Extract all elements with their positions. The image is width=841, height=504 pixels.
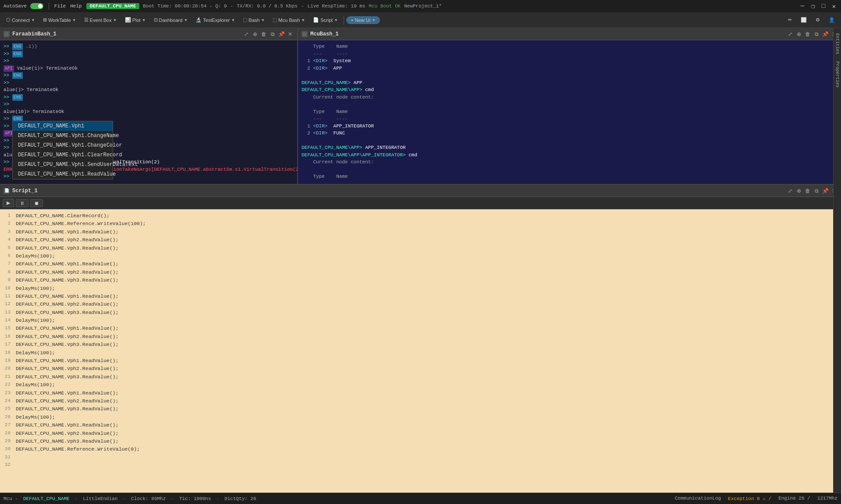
help-menu[interactable]: Help [70, 4, 82, 9]
script-float-btn[interactable]: ⧉ [813, 187, 820, 194]
dashboard-btn[interactable]: ⊡ Dashboard ▼ [150, 15, 192, 25]
script-stop-btn[interactable]: ⏹ [30, 199, 43, 207]
mcu-float-btn[interactable]: ⧉ [813, 31, 820, 38]
win-restore-btn[interactable]: ❐ [809, 3, 816, 10]
pen-btn[interactable]: ✏ [784, 15, 795, 25]
project-name: NewProject_1* [404, 4, 442, 9]
mcu-share-btn[interactable]: ⤢ [787, 31, 794, 38]
line-code-4[interactable]: DEFAULT_CPU_NAME.Vph2.ReadValue(); [16, 236, 839, 244]
line-code-27[interactable]: DEFAULT_CPU_NAME.Vph1.ReadValue(); [16, 421, 839, 429]
line-code-8[interactable]: DEFAULT_CPU_NAME.Vph2.ReadValue(); [16, 268, 839, 276]
line-number-29: 29 [2, 437, 16, 445]
line-code-5[interactable]: DEFAULT_CPU_NAME.Vph3.ReadValue(); [16, 244, 839, 252]
win-maximize-btn[interactable]: □ [820, 3, 827, 10]
line-code-13[interactable]: DEFAULT_CPU_NAME.Vph3.ReadValue(); [16, 309, 839, 317]
line-code-2[interactable]: DEFAULT_CPU_NAME.Reference.WriteValue(10… [16, 220, 839, 228]
line-code-14[interactable]: DelayMs(100); [16, 317, 839, 324]
line-code-10[interactable]: DelayMs(100); [16, 285, 839, 293]
line-number-8: 8 [2, 268, 16, 276]
mcubash-btn[interactable]: ⬚ Mcu Bash ▼ [269, 15, 309, 25]
worktable-btn[interactable]: ⊞ WorkTable ▼ [39, 15, 80, 25]
line-number-3: 3 [2, 228, 16, 236]
eventbox-btn[interactable]: ☰ Event Box ▼ [81, 15, 121, 25]
screen-btn[interactable]: ⬜ [797, 15, 810, 25]
line-code-12[interactable]: DEFAULT_CPU_NAME.Vph2.ReadValue(); [16, 300, 839, 308]
line-code-31[interactable] [16, 454, 839, 462]
faraabin-pin-btn[interactable]: 📌 [278, 31, 285, 38]
file-menu[interactable]: File [54, 4, 66, 9]
settings-btn[interactable]: ⚙ [812, 15, 823, 25]
line-code-1[interactable]: DEFAULT_CPU_NAME.ClearRecord(); [16, 212, 839, 220]
line-code-26[interactable]: DelayMs(100); [16, 413, 839, 421]
autosave-label: AutoSave [4, 4, 27, 9]
mcu-pin-btn[interactable]: 📌 [822, 31, 829, 38]
connect-btn[interactable]: ⬡ Connect ▼ [3, 15, 39, 25]
script-copy-btn[interactable]: ⊕ [795, 187, 802, 194]
script-btn[interactable]: 📄 Script ▼ [309, 15, 341, 25]
code-line-11: 11DEFAULT_CPU_NAME.Vph1.ReadValue(); [0, 293, 841, 300]
status-clock: Clock: 80Mhz [131, 496, 166, 501]
line-code-3[interactable]: DEFAULT_CPU_NAME.Vph1.ReadValue(); [16, 228, 839, 236]
autocomplete-item-1[interactable]: DEFAULT_CPU_NAME.Vph1.ChangeName [13, 131, 113, 141]
line-code-19[interactable]: DEFAULT_CPU_NAME.Vph1.ReadValue(); [16, 357, 839, 365]
plot-btn[interactable]: 📊 Plot ▼ [121, 15, 149, 25]
code-editor[interactable]: 1DEFAULT_CPU_NAME.ClearRecord();2DEFAULT… [0, 209, 841, 493]
autocomplete-item-5[interactable]: DEFAULT_CPU_NAME.Vph1.ReadValue [13, 169, 113, 179]
line-code-29[interactable]: DEFAULT_CPU_NAME.Vph3.ReadValue(); [16, 437, 839, 445]
properties-tab[interactable]: Properties [834, 58, 841, 91]
line-code-22[interactable]: DelayMs(100); [16, 381, 839, 389]
line-code-16[interactable]: DEFAULT_CPU_NAME.Vph2.ReadValue(); [16, 333, 839, 341]
faraabin-trash-btn[interactable]: 🗑 [260, 31, 267, 38]
entities-tab[interactable]: Entities [834, 30, 841, 58]
line-code-11[interactable]: DEFAULT_CPU_NAME.Vph1.ReadValue(); [16, 293, 839, 300]
line-code-30[interactable]: DEFAULT_CPU_NAME.Reference.WriteValue(0)… [16, 445, 839, 453]
autocomplete-item-0[interactable]: DEFAULT_CPU_NAME.Vph1 [13, 121, 113, 131]
line-code-6[interactable]: DelayMs(100); [16, 252, 839, 260]
user-btn[interactable]: 👤 [825, 15, 838, 25]
autosave-toggle[interactable] [30, 3, 43, 9]
title-bar: AutoSave File Help DEFAULT_CPU_NAME Boot… [0, 0, 841, 12]
code-line-13: 13DEFAULT_CPU_NAME.Vph3.ReadValue(); [0, 309, 841, 317]
line-code-18[interactable]: DelayMs(100); [16, 349, 839, 357]
line-code-32[interactable] [16, 461, 839, 469]
win-close-btn[interactable]: ✕ [830, 3, 837, 10]
bash-btn[interactable]: ⬚ Bash ▼ [239, 15, 268, 25]
line-code-9[interactable]: DEFAULT_CPU_NAME.Vph3.ReadValue(); [16, 276, 839, 284]
new-ui-btn[interactable]: + New Ui ▼ [346, 16, 380, 24]
faraabin-share-btn[interactable]: ⤢ [243, 31, 250, 38]
sep1 [49, 3, 49, 10]
line-code-23[interactable]: DEFAULT_CPU_NAME.Vph1.ReadValue(); [16, 389, 839, 397]
mcu-trash-btn[interactable]: 🗑 [804, 31, 811, 38]
mcu-copy-btn[interactable]: ⊕ [795, 31, 802, 38]
script-pause-btn[interactable]: ⏸ [16, 199, 28, 207]
line-code-17[interactable]: DEFAULT_CPU_NAME.Vph3.ReadValue(); [16, 341, 839, 349]
mcu-terminal[interactable]: Type Name --- ---- 1 <DIR> System 2 <DIR… [298, 40, 841, 184]
line-code-15[interactable]: DEFAULT_CPU_NAME.Vph1.ReadValue(); [16, 324, 839, 332]
status-exception: Exception 0 ⚠ / [728, 496, 771, 501]
script-share-btn[interactable]: ⤢ [787, 187, 794, 194]
line-number-5: 5 [2, 244, 16, 252]
faraabin-copy-btn[interactable]: ⊕ [252, 31, 259, 38]
faraabin-close-btn[interactable]: ✕ [287, 31, 294, 38]
line-code-20[interactable]: DEFAULT_CPU_NAME.Vph2.ReadValue(); [16, 365, 839, 373]
autocomplete-item-2[interactable]: DEFAULT_CPU_NAME.Vph1.ChangeColor [13, 141, 113, 150]
script-trash-btn[interactable]: 🗑 [804, 187, 811, 194]
status-commlog[interactable]: CommunicationLog [674, 496, 721, 501]
win-minimize-btn[interactable]: ─ [799, 3, 806, 10]
script-run-btn[interactable]: ▶ [3, 199, 14, 207]
autocomplete-item-4[interactable]: DEFAULT_CPU_NAME.Vph1.SendUserDataText [13, 160, 113, 169]
mcubash-chevron: ▼ [301, 18, 305, 22]
line-number-16: 16 [2, 333, 16, 341]
faraabin-float-btn[interactable]: ⧉ [269, 31, 276, 38]
line-code-24[interactable]: DEFAULT_CPU_NAME.Vph2.ReadValue(); [16, 397, 839, 405]
line-code-7[interactable]: DEFAULT_CPU_NAME.Vph1.ReadValue(); [16, 260, 839, 268]
script-pin-btn[interactable]: 📌 [822, 187, 829, 194]
line-number-10: 10 [2, 285, 16, 293]
line-code-21[interactable]: DEFAULT_CPU_NAME.Vph3.ReadValue(); [16, 373, 839, 381]
script-header: 📄 Script_1 ⤢ ⊕ 🗑 ⧉ 📌 ✕ [0, 185, 841, 197]
testexplorer-btn[interactable]: 🔬 TestExplorer ▼ [192, 15, 238, 25]
gear-icon: ⚙ [816, 17, 820, 23]
line-code-28[interactable]: DEFAULT_CPU_NAME.Vph2.ReadValue(); [16, 430, 839, 437]
autocomplete-item-3[interactable]: DEFAULT_CPU_NAME.Vph1.ClearRecord [13, 150, 113, 160]
line-code-25[interactable]: DEFAULT_CPU_NAME.Vph3.ReadValue(); [16, 405, 839, 413]
